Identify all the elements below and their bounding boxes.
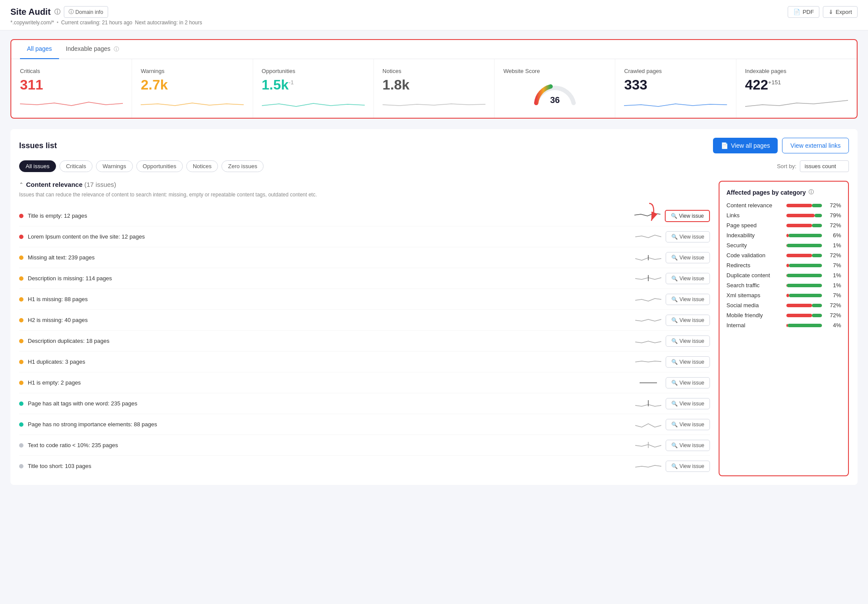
view-issue-label: View issue bbox=[679, 213, 704, 219]
stat-card-notices[interactable]: Notices 1.8k bbox=[374, 59, 495, 118]
view-issue-button[interactable]: 🔍 View issue bbox=[666, 356, 710, 368]
view-issue-label: View issue bbox=[680, 275, 704, 282]
category-bar-background bbox=[786, 274, 822, 277]
category-bar-row: Indexability6% bbox=[726, 232, 841, 239]
category-name: Mobile friendly bbox=[726, 312, 783, 319]
view-issue-button[interactable]: 🔍 View issue bbox=[666, 419, 710, 430]
help-icon[interactable]: ⓘ bbox=[54, 8, 60, 16]
criticals-value: 311 bbox=[20, 78, 123, 92]
tab-indexable-pages[interactable]: Indexable pages ⓘ bbox=[59, 40, 126, 59]
view-issue-button[interactable]: 🔍 View issue bbox=[666, 461, 710, 472]
view-issue-button[interactable]: 🔍 View issue bbox=[666, 440, 710, 451]
category-percentage: 72% bbox=[825, 312, 841, 319]
indexable-pages-chart bbox=[745, 97, 848, 111]
crawled-pages-value: 333 bbox=[624, 78, 727, 92]
stat-card-website-score[interactable]: Website Score bbox=[495, 59, 615, 118]
view-issue-button[interactable]: 🔍 View issue bbox=[666, 315, 710, 326]
category-bar-fill-red bbox=[786, 204, 812, 207]
issues-list-area: ⌃ Content relevance (17 issues) Issues t… bbox=[19, 181, 710, 476]
view-external-links-button[interactable]: View external links bbox=[782, 138, 849, 153]
view-all-pages-button[interactable]: 📄 View all pages bbox=[713, 138, 778, 153]
stat-card-criticals[interactable]: Criticals 311 bbox=[11, 59, 132, 118]
filter-zero-label: Zero issues bbox=[228, 163, 257, 169]
sort-select[interactable]: issues count bbox=[800, 160, 849, 172]
issue-severity-dot bbox=[19, 276, 23, 281]
issue-row: H1 duplicates: 3 pages 🔍 View issue bbox=[19, 352, 710, 372]
indexable-pages-label: Indexable pages bbox=[745, 68, 848, 74]
view-issue-button[interactable]: 🔍 View issue bbox=[666, 377, 710, 388]
issue-rows-container: Title is empty: 12 pages 🔍 View issue Lo… bbox=[19, 206, 710, 476]
notices-label: Notices bbox=[383, 68, 485, 74]
category-name: Redirects bbox=[726, 262, 783, 269]
issue-text: H2 is missing: 40 pages bbox=[28, 317, 631, 323]
category-bar-fill-red bbox=[786, 304, 812, 307]
category-bar-background bbox=[786, 224, 822, 227]
domain-info-button[interactable]: ⓘ Domain info bbox=[64, 6, 108, 18]
tab-all-pages[interactable]: All pages bbox=[20, 40, 59, 59]
filter-warnings[interactable]: Warnings bbox=[96, 160, 132, 172]
issue-row: Title is empty: 12 pages 🔍 View issue bbox=[19, 206, 710, 226]
issue-severity-dot bbox=[19, 318, 23, 322]
category-bar-background bbox=[786, 304, 822, 307]
category-bar-fill-green bbox=[788, 324, 822, 327]
export-button[interactable]: ⇓ Export bbox=[823, 6, 858, 18]
indexable-info-icon: ⓘ bbox=[114, 46, 119, 52]
separator: • bbox=[56, 20, 58, 26]
search-icon: 🔍 bbox=[671, 421, 678, 428]
issue-row: H2 is missing: 40 pages 🔍 View issue bbox=[19, 310, 710, 331]
info-icon: ⓘ bbox=[69, 8, 74, 16]
view-issue-label: View issue bbox=[680, 442, 704, 448]
stats-cards: Criticals 311 Warnings 2.7k bbox=[11, 59, 857, 118]
search-icon: 🔍 bbox=[671, 234, 678, 240]
view-issue-button[interactable]: 🔍 View issue bbox=[666, 398, 710, 409]
category-bar-wrapper bbox=[786, 244, 822, 247]
issues-header-buttons: 📄 View all pages View external links bbox=[713, 138, 849, 153]
stat-card-warnings[interactable]: Warnings 2.7k bbox=[132, 59, 253, 118]
side-panel-info-icon: ⓘ bbox=[809, 189, 814, 196]
issue-severity-dot bbox=[19, 214, 23, 218]
category-bar-row: Page speed72% bbox=[726, 222, 841, 229]
stat-card-opportunities[interactable]: Opportunities 1.5k-1 bbox=[253, 59, 374, 118]
issue-trend-chart bbox=[635, 292, 661, 306]
view-issue-button[interactable]: 🔍 View issue bbox=[666, 252, 710, 263]
category-title: Content relevance (17 issues) bbox=[26, 181, 116, 188]
category-bar-fill-red bbox=[786, 314, 812, 317]
side-panel-title: Affected pages by category ⓘ bbox=[726, 189, 841, 196]
issue-text: Title too short: 103 pages bbox=[28, 463, 631, 469]
view-issue-label: View issue bbox=[680, 463, 704, 469]
issue-severity-dot bbox=[19, 422, 23, 427]
category-bars: Content relevance72%Links79%Page speed72… bbox=[726, 202, 841, 329]
view-issue-button[interactable]: 🔍 View issue bbox=[666, 273, 710, 284]
category-bar-wrapper bbox=[786, 254, 822, 257]
filter-zero-issues[interactable]: Zero issues bbox=[221, 160, 264, 172]
crawled-pages-chart bbox=[624, 97, 727, 111]
filter-opportunities[interactable]: Opportunities bbox=[136, 160, 183, 172]
category-bar-wrapper bbox=[786, 294, 822, 297]
sort-by-area: Sort by: issues count bbox=[777, 160, 849, 172]
view-issue-button[interactable]: 🔍 View issue bbox=[666, 335, 710, 347]
view-issue-button[interactable]: 🔍 View issue bbox=[666, 231, 710, 242]
filter-all-issues[interactable]: All issues bbox=[19, 160, 56, 172]
view-issue-label: View issue bbox=[680, 234, 704, 240]
search-icon: 🔍 bbox=[671, 296, 678, 302]
stat-card-indexable-pages[interactable]: Indexable pages 422+151 bbox=[736, 59, 857, 118]
tab-all-pages-label: All pages bbox=[27, 45, 52, 52]
issue-trend-chart bbox=[635, 334, 661, 348]
view-issue-button[interactable]: 🔍 View issue bbox=[665, 210, 710, 222]
view-issue-button[interactable]: 🔍 View issue bbox=[666, 294, 710, 305]
search-icon: 🔍 bbox=[671, 442, 678, 448]
issue-trend-chart bbox=[635, 459, 661, 473]
website-score-gauge: 36 bbox=[503, 78, 606, 106]
filter-notices[interactable]: Notices bbox=[186, 160, 218, 172]
category-percentage: 7% bbox=[825, 292, 841, 299]
filter-criticals[interactable]: Criticals bbox=[59, 160, 92, 172]
stat-card-crawled-pages[interactable]: Crawled pages 333 bbox=[615, 59, 736, 118]
filter-pills: All issues Criticals Warnings Opportunit… bbox=[19, 160, 264, 172]
issue-text: H1 is missing: 88 pages bbox=[28, 296, 631, 302]
pdf-button[interactable]: 📄 PDF bbox=[788, 6, 819, 18]
category-bar-background bbox=[786, 314, 822, 317]
category-name: Search traffic bbox=[726, 282, 783, 289]
view-issue-label: View issue bbox=[680, 421, 704, 428]
category-header: ⌃ Content relevance (17 issues) bbox=[19, 181, 710, 188]
issue-row: Page has no strong importance elements: … bbox=[19, 414, 710, 435]
